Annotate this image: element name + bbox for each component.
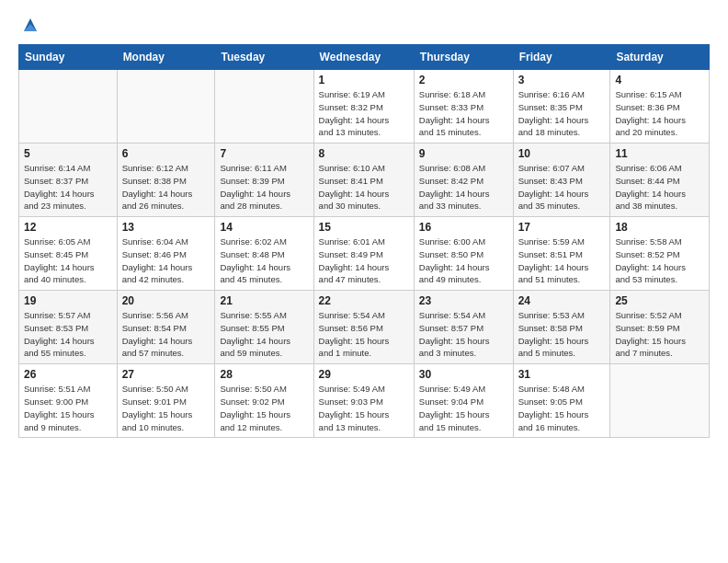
day-info: Sunrise: 5:53 AM Sunset: 8:58 PM Dayligh… bbox=[518, 309, 606, 360]
day-info: Sunrise: 6:04 AM Sunset: 8:46 PM Dayligh… bbox=[122, 236, 210, 286]
calendar-cell: 2Sunrise: 6:18 AM Sunset: 8:33 PM Daylig… bbox=[414, 70, 513, 144]
day-info: Sunrise: 6:19 AM Sunset: 8:32 PM Dayligh… bbox=[319, 88, 409, 139]
day-info: Sunrise: 5:54 AM Sunset: 8:57 PM Dayligh… bbox=[419, 309, 508, 360]
day-info: Sunrise: 5:58 AM Sunset: 8:52 PM Dayligh… bbox=[615, 236, 704, 286]
logo bbox=[18, 15, 40, 35]
calendar-cell bbox=[19, 70, 118, 144]
calendar-cell: 6Sunrise: 6:12 AM Sunset: 8:38 PM Daylig… bbox=[117, 144, 215, 217]
calendar-cell: 13Sunrise: 6:04 AM Sunset: 8:46 PM Dayli… bbox=[117, 217, 215, 291]
calendar-cell: 4Sunrise: 6:15 AM Sunset: 8:36 PM Daylig… bbox=[610, 70, 710, 144]
calendar-cell: 27Sunrise: 5:50 AM Sunset: 9:01 PM Dayli… bbox=[117, 364, 215, 438]
calendar-cell: 31Sunrise: 5:48 AM Sunset: 9:05 PM Dayli… bbox=[513, 364, 610, 438]
calendar-cell: 25Sunrise: 5:52 AM Sunset: 8:59 PM Dayli… bbox=[610, 291, 710, 364]
calendar-cell: 30Sunrise: 5:49 AM Sunset: 9:04 PM Dayli… bbox=[414, 364, 513, 438]
page-container: SundayMondayTuesdayWednesdayThursdayFrid… bbox=[0, 0, 728, 453]
day-number: 18 bbox=[615, 221, 704, 234]
calendar-cell: 11Sunrise: 6:06 AM Sunset: 8:44 PM Dayli… bbox=[610, 144, 710, 217]
calendar-cell: 8Sunrise: 6:10 AM Sunset: 8:41 PM Daylig… bbox=[313, 144, 414, 217]
day-info: Sunrise: 5:57 AM Sunset: 8:53 PM Dayligh… bbox=[24, 309, 112, 360]
day-info: Sunrise: 6:01 AM Sunset: 8:49 PM Dayligh… bbox=[319, 236, 409, 286]
day-number: 19 bbox=[24, 294, 112, 307]
day-number: 29 bbox=[319, 368, 409, 381]
day-number: 4 bbox=[615, 74, 704, 86]
day-info: Sunrise: 6:02 AM Sunset: 8:48 PM Dayligh… bbox=[220, 236, 308, 286]
calendar-cell: 29Sunrise: 5:49 AM Sunset: 9:03 PM Dayli… bbox=[313, 364, 414, 438]
logo-icon bbox=[20, 15, 40, 35]
week-row-3: 12Sunrise: 6:05 AM Sunset: 8:45 PM Dayli… bbox=[19, 217, 710, 291]
calendar-cell: 17Sunrise: 5:59 AM Sunset: 8:51 PM Dayli… bbox=[513, 217, 610, 291]
col-header-wednesday: Wednesday bbox=[313, 45, 414, 70]
day-number: 16 bbox=[419, 221, 508, 234]
calendar-cell: 28Sunrise: 5:50 AM Sunset: 9:02 PM Dayli… bbox=[215, 364, 313, 438]
day-number: 11 bbox=[615, 147, 704, 160]
day-number: 10 bbox=[518, 147, 606, 160]
day-info: Sunrise: 5:51 AM Sunset: 9:00 PM Dayligh… bbox=[24, 383, 112, 433]
day-info: Sunrise: 6:06 AM Sunset: 8:44 PM Dayligh… bbox=[615, 162, 704, 213]
col-header-thursday: Thursday bbox=[414, 45, 513, 70]
day-number: 30 bbox=[419, 368, 508, 381]
day-info: Sunrise: 6:05 AM Sunset: 8:45 PM Dayligh… bbox=[24, 236, 112, 286]
day-number: 14 bbox=[220, 221, 308, 234]
day-number: 13 bbox=[122, 221, 210, 234]
day-number: 5 bbox=[24, 147, 112, 160]
day-info: Sunrise: 6:12 AM Sunset: 8:38 PM Dayligh… bbox=[122, 162, 210, 213]
calendar-cell: 24Sunrise: 5:53 AM Sunset: 8:58 PM Dayli… bbox=[513, 291, 610, 364]
week-row-1: 1Sunrise: 6:19 AM Sunset: 8:32 PM Daylig… bbox=[19, 70, 710, 144]
calendar-cell: 12Sunrise: 6:05 AM Sunset: 8:45 PM Dayli… bbox=[19, 217, 118, 291]
day-number: 27 bbox=[122, 368, 210, 381]
calendar-table: SundayMondayTuesdayWednesdayThursdayFrid… bbox=[18, 44, 710, 438]
day-number: 26 bbox=[24, 368, 112, 381]
day-number: 7 bbox=[220, 147, 308, 160]
day-number: 3 bbox=[518, 74, 606, 86]
day-number: 1 bbox=[319, 74, 409, 86]
day-info: Sunrise: 5:54 AM Sunset: 8:56 PM Dayligh… bbox=[319, 309, 409, 360]
day-number: 6 bbox=[122, 147, 210, 160]
week-row-4: 19Sunrise: 5:57 AM Sunset: 8:53 PM Dayli… bbox=[19, 291, 710, 364]
week-row-5: 26Sunrise: 5:51 AM Sunset: 9:00 PM Dayli… bbox=[19, 364, 710, 438]
day-number: 12 bbox=[24, 221, 112, 234]
day-info: Sunrise: 6:16 AM Sunset: 8:35 PM Dayligh… bbox=[518, 88, 606, 139]
calendar-cell: 16Sunrise: 6:00 AM Sunset: 8:50 PM Dayli… bbox=[414, 217, 513, 291]
day-info: Sunrise: 5:49 AM Sunset: 9:03 PM Dayligh… bbox=[319, 383, 409, 433]
calendar-cell: 15Sunrise: 6:01 AM Sunset: 8:49 PM Dayli… bbox=[313, 217, 414, 291]
calendar-cell: 21Sunrise: 5:55 AM Sunset: 8:55 PM Dayli… bbox=[215, 291, 313, 364]
page-header bbox=[18, 15, 710, 35]
calendar-cell: 19Sunrise: 5:57 AM Sunset: 8:53 PM Dayli… bbox=[19, 291, 118, 364]
day-info: Sunrise: 5:50 AM Sunset: 9:01 PM Dayligh… bbox=[122, 383, 210, 433]
day-number: 17 bbox=[518, 221, 606, 234]
day-info: Sunrise: 6:00 AM Sunset: 8:50 PM Dayligh… bbox=[419, 236, 508, 286]
day-info: Sunrise: 6:14 AM Sunset: 8:37 PM Dayligh… bbox=[24, 162, 112, 213]
calendar-cell bbox=[215, 70, 313, 144]
day-number: 31 bbox=[518, 368, 606, 381]
day-info: Sunrise: 5:52 AM Sunset: 8:59 PM Dayligh… bbox=[615, 309, 704, 360]
day-info: Sunrise: 5:48 AM Sunset: 9:05 PM Dayligh… bbox=[518, 383, 606, 433]
calendar-cell bbox=[117, 70, 215, 144]
day-info: Sunrise: 6:18 AM Sunset: 8:33 PM Dayligh… bbox=[419, 88, 508, 139]
col-header-sunday: Sunday bbox=[19, 45, 118, 70]
calendar-cell: 26Sunrise: 5:51 AM Sunset: 9:00 PM Dayli… bbox=[19, 364, 118, 438]
calendar-cell: 3Sunrise: 6:16 AM Sunset: 8:35 PM Daylig… bbox=[513, 70, 610, 144]
day-number: 22 bbox=[319, 294, 409, 307]
day-number: 25 bbox=[615, 294, 704, 307]
day-number: 20 bbox=[122, 294, 210, 307]
calendar-cell bbox=[610, 364, 710, 438]
calendar-cell: 20Sunrise: 5:56 AM Sunset: 8:54 PM Dayli… bbox=[117, 291, 215, 364]
calendar-cell: 7Sunrise: 6:11 AM Sunset: 8:39 PM Daylig… bbox=[215, 144, 313, 217]
day-info: Sunrise: 5:56 AM Sunset: 8:54 PM Dayligh… bbox=[122, 309, 210, 360]
day-info: Sunrise: 5:50 AM Sunset: 9:02 PM Dayligh… bbox=[220, 383, 308, 433]
col-header-monday: Monday bbox=[117, 45, 215, 70]
day-info: Sunrise: 6:10 AM Sunset: 8:41 PM Dayligh… bbox=[319, 162, 409, 213]
day-info: Sunrise: 5:55 AM Sunset: 8:55 PM Dayligh… bbox=[220, 309, 308, 360]
day-number: 24 bbox=[518, 294, 606, 307]
day-number: 8 bbox=[319, 147, 409, 160]
col-header-saturday: Saturday bbox=[610, 45, 710, 70]
day-number: 28 bbox=[220, 368, 308, 381]
day-info: Sunrise: 5:49 AM Sunset: 9:04 PM Dayligh… bbox=[419, 383, 508, 433]
calendar-cell: 18Sunrise: 5:58 AM Sunset: 8:52 PM Dayli… bbox=[610, 217, 710, 291]
calendar-cell: 23Sunrise: 5:54 AM Sunset: 8:57 PM Dayli… bbox=[414, 291, 513, 364]
calendar-cell: 14Sunrise: 6:02 AM Sunset: 8:48 PM Dayli… bbox=[215, 217, 313, 291]
day-info: Sunrise: 6:07 AM Sunset: 8:43 PM Dayligh… bbox=[518, 162, 606, 213]
calendar-cell: 10Sunrise: 6:07 AM Sunset: 8:43 PM Dayli… bbox=[513, 144, 610, 217]
day-info: Sunrise: 6:08 AM Sunset: 8:42 PM Dayligh… bbox=[419, 162, 508, 213]
day-info: Sunrise: 6:11 AM Sunset: 8:39 PM Dayligh… bbox=[220, 162, 308, 213]
